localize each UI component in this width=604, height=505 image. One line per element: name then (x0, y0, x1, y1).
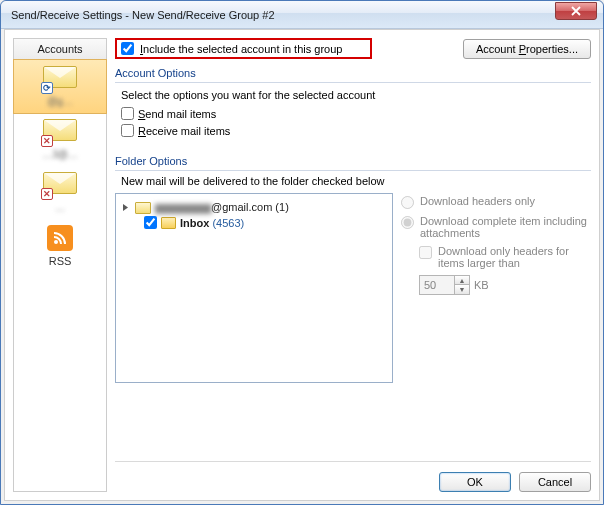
rss-icon (47, 225, 73, 251)
receive-mail-checkbox-row[interactable]: Receive mail items (121, 124, 585, 137)
client-area: Accounts ⟳ @g… ✕ …3@… ✕ … (4, 29, 600, 501)
receive-mail-checkbox[interactable] (121, 124, 134, 137)
download-complete-row[interactable]: Download complete item including attachm… (401, 215, 591, 239)
envelope-icon: ⟳ (43, 66, 77, 92)
tree-node-inbox[interactable]: Inbox (4563) (144, 215, 386, 230)
accounts-header-tab[interactable]: Accounts (13, 38, 107, 60)
window-title: Send/Receive Settings - New Send/Receive… (11, 9, 555, 21)
folder-icon (161, 217, 176, 229)
close-button[interactable] (555, 2, 597, 20)
account-label: …3@… (42, 149, 78, 160)
close-icon (571, 6, 581, 16)
inbox-label: Inbox (4563) (180, 217, 244, 229)
svg-point-0 (54, 240, 58, 244)
include-account-label: Include the selected account in this gro… (140, 43, 342, 55)
send-mail-label: Send mail items (138, 108, 216, 120)
folder-options-title: Folder Options (115, 155, 591, 169)
account-item[interactable]: ⟳ @g… (13, 59, 107, 114)
folder-tree[interactable]: ▆▆▆▆▆▆▆@gmail.com (1) Inbox (4563) (115, 193, 393, 383)
mailbox-icon (135, 202, 151, 214)
tree-root-label: ▆▆▆▆▆▆▆@gmail.com (1) (155, 201, 289, 214)
size-input[interactable] (420, 276, 454, 294)
send-mail-checkbox-row[interactable]: Send mail items (121, 107, 585, 120)
account-options-group: Account Options Select the options you w… (115, 67, 591, 145)
dialog-window: Send/Receive Settings - New Send/Receive… (0, 0, 604, 505)
download-only-headers-large-checkbox[interactable] (419, 246, 432, 259)
include-account-checkbox-wrap[interactable]: Include the selected account in this gro… (115, 38, 372, 59)
folder-options-group: Folder Options New mail will be delivere… (115, 155, 591, 453)
error-badge-icon: ✕ (41, 188, 53, 200)
cancel-button[interactable]: Cancel (519, 472, 591, 492)
download-options: Download headers only Download complete … (401, 193, 591, 383)
account-label: … (55, 202, 65, 213)
dialog-footer: OK Cancel (115, 461, 591, 492)
ok-button[interactable]: OK (439, 472, 511, 492)
download-headers-only-label: Download headers only (420, 195, 535, 207)
top-row: Include the selected account in this gro… (115, 38, 591, 59)
spin-up-icon[interactable]: ▲ (455, 276, 469, 285)
account-options-title: Account Options (115, 67, 591, 81)
receive-mail-label: Receive mail items (138, 125, 230, 137)
download-headers-only-row[interactable]: Download headers only (401, 195, 591, 209)
account-label: @g… (47, 96, 73, 107)
folder-options-desc: New mail will be delivered to the folder… (121, 175, 591, 187)
main-pane: Include the selected account in this gro… (115, 38, 591, 492)
titlebar[interactable]: Send/Receive Settings - New Send/Receive… (1, 1, 603, 29)
size-spinner[interactable]: ▲▼ (419, 275, 470, 295)
sync-badge-icon: ⟳ (41, 82, 53, 94)
tree-node-root[interactable]: ▆▆▆▆▆▆▆@gmail.com (1) (122, 200, 386, 215)
account-item-rss[interactable]: RSS (14, 219, 106, 273)
send-mail-checkbox[interactable] (121, 107, 134, 120)
download-complete-label: Download complete item including attachm… (420, 215, 591, 239)
account-options-desc: Select the options you want for the sele… (121, 89, 585, 101)
accounts-list: ⟳ @g… ✕ …3@… ✕ … RSS (13, 60, 107, 492)
inbox-checkbox[interactable] (144, 216, 157, 229)
download-headers-only-radio[interactable] (401, 196, 414, 209)
envelope-icon: ✕ (43, 119, 77, 145)
download-only-headers-large-row[interactable]: Download only headers for items larger t… (419, 245, 591, 269)
download-complete-radio[interactable] (401, 216, 414, 229)
envelope-icon: ✕ (43, 172, 77, 198)
account-item[interactable]: ✕ …3@… (14, 113, 106, 166)
size-unit-label: KB (474, 279, 489, 291)
download-only-headers-large-label: Download only headers for items larger t… (438, 245, 591, 269)
account-item[interactable]: ✕ … (14, 166, 106, 219)
spin-down-icon[interactable]: ▼ (455, 285, 469, 294)
size-spinner-row: ▲▼ KB (419, 275, 591, 295)
account-label: RSS (49, 255, 72, 267)
collapse-icon[interactable] (122, 203, 131, 212)
error-badge-icon: ✕ (41, 135, 53, 147)
account-properties-button[interactable]: Account Properties... (463, 39, 591, 59)
include-account-checkbox[interactable] (121, 42, 134, 55)
accounts-sidebar: Accounts ⟳ @g… ✕ …3@… ✕ … (13, 38, 107, 492)
